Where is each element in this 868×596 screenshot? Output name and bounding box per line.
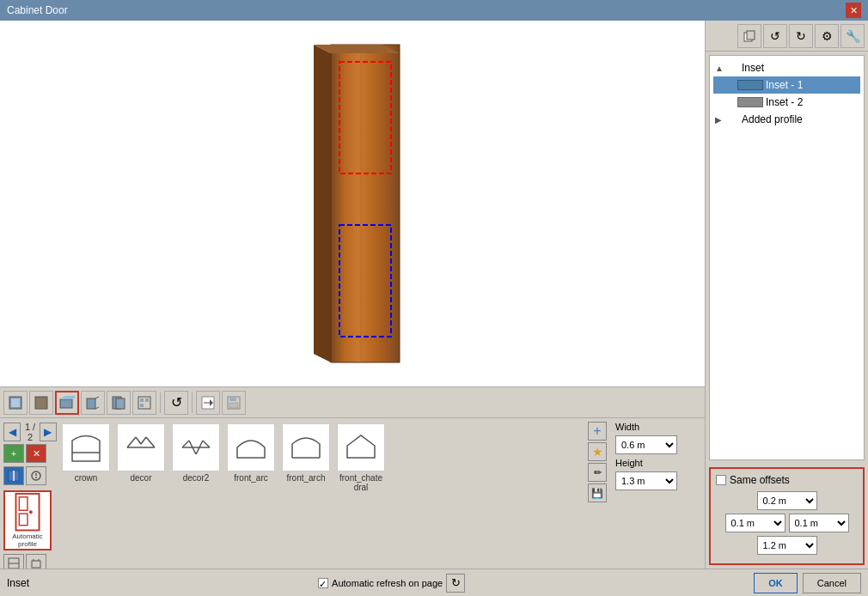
- tree-item-inset[interactable]: ▲ Inset: [713, 59, 860, 76]
- svg-line-48: [146, 437, 155, 447]
- profile-item-front-arc[interactable]: front_arc: [225, 423, 277, 483]
- profile-item-front-arch[interactable]: front_arch: [280, 423, 332, 483]
- svg-rect-29: [229, 403, 238, 408]
- profile-list: crown decor: [60, 422, 584, 573]
- tree-item-inset1[interactable]: Inset - 1: [713, 76, 860, 94]
- refresh-button[interactable]: ↻: [446, 574, 465, 593]
- footer-status: Inset: [7, 577, 29, 589]
- svg-line-45: [127, 437, 136, 447]
- offset-bottom[interactable]: 1.2 m: [757, 536, 817, 555]
- toolbar-btn-undo[interactable]: ↺: [164, 391, 188, 415]
- svg-rect-22: [145, 398, 149, 402]
- close-button[interactable]: ✕: [846, 3, 861, 18]
- width-input[interactable]: 0.6 m: [615, 435, 677, 454]
- offsets-box: Same offsets 0.2 m 0.1 m 0.1 m: [709, 467, 865, 565]
- tree-item-added-profile[interactable]: ▶ Added profile: [713, 111, 860, 128]
- svg-rect-13: [60, 399, 72, 408]
- height-input[interactable]: 1.3 m: [615, 471, 677, 490]
- size-inputs: Width 0.6 m Height 1.3 m: [615, 422, 701, 573]
- height-label: Height: [615, 458, 650, 468]
- profile-save-btn[interactable]: 💾: [588, 483, 607, 502]
- svg-rect-19: [116, 398, 125, 409]
- footer-right: OK Cancel: [754, 573, 861, 593]
- selected-profile-label: Automaticprofile: [12, 533, 43, 549]
- right-btn-wrench[interactable]: 🔧: [840, 24, 865, 48]
- next-page-button[interactable]: ▶: [40, 423, 57, 441]
- tree-icon-inset: [725, 62, 739, 74]
- tree-item-inset2[interactable]: Inset - 2: [713, 94, 860, 111]
- toolbar-btn-edit[interactable]: [196, 391, 220, 415]
- profile-item-decor[interactable]: decor: [115, 423, 167, 483]
- right-btn-settings[interactable]: ⚙: [815, 24, 839, 48]
- profile-item-decor2[interactable]: decor2: [170, 423, 222, 483]
- tree-area: ▲ Inset Inset - 1 Inset - 2 ▶ Added prof…: [709, 55, 865, 460]
- offset-right[interactable]: 0.1 m: [789, 514, 849, 532]
- auto-refresh-checkbox[interactable]: ✓: [318, 578, 328, 588]
- view-toolbar: ↺: [0, 387, 705, 418]
- svg-line-50: [182, 441, 189, 447]
- same-offsets-checkbox[interactable]: [716, 475, 726, 485]
- toolbar-btn-save[interactable]: [222, 391, 246, 415]
- tree-label-added-profile: Added profile: [742, 113, 803, 125]
- right-btn-copy[interactable]: [737, 24, 761, 48]
- cancel-button[interactable]: Cancel: [803, 573, 861, 593]
- 3d-viewport: [0, 21, 705, 387]
- selected-profile[interactable]: Automaticprofile: [3, 490, 52, 550]
- profile-name-crown: crown: [75, 473, 98, 483]
- svg-rect-11: [11, 398, 20, 407]
- bottom-panel: ◀ 1 / 2 ▶ + ✕: [0, 418, 705, 569]
- svg-point-34: [35, 477, 37, 478]
- svg-rect-23: [140, 404, 144, 407]
- delete-profile-button[interactable]: ✕: [26, 444, 46, 463]
- auto-refresh-label: Automatic refresh on page: [332, 578, 443, 588]
- profile-star-btn[interactable]: ★: [588, 442, 607, 461]
- toolbar-btn-1[interactable]: [3, 391, 28, 415]
- profile-name-front-arc: front_arc: [234, 473, 267, 483]
- svg-rect-28: [229, 397, 236, 401]
- prev-page-button[interactable]: ◀: [3, 423, 21, 441]
- right-btn-redo[interactable]: ↻: [789, 24, 813, 48]
- ok-button[interactable]: OK: [754, 573, 798, 593]
- action-btn-2[interactable]: [26, 466, 46, 485]
- svg-marker-14: [60, 396, 75, 399]
- tree-label-inset1: Inset - 1: [766, 79, 803, 91]
- profile-add-btn[interactable]: +: [588, 422, 607, 441]
- title-bar: Cabinet Door ✕: [0, 0, 868, 21]
- profile-edit-btn[interactable]: ✏: [588, 463, 607, 482]
- page-indicator: 1 / 2: [22, 422, 38, 442]
- tree-icon-inset2: [737, 97, 763, 107]
- profile-item-crown[interactable]: crown: [60, 423, 112, 483]
- svg-line-53: [203, 441, 210, 447]
- action-btn-1[interactable]: [3, 466, 24, 485]
- svg-line-16: [95, 397, 99, 398]
- toolbar-btn-5[interactable]: [107, 391, 131, 415]
- svg-rect-12: [35, 397, 47, 409]
- svg-line-47: [141, 437, 146, 444]
- toolbar-btn-4[interactable]: [81, 391, 105, 415]
- tree-label-inset: Inset: [742, 62, 764, 74]
- toolbar-btn-6[interactable]: [132, 391, 156, 415]
- add-profile-button[interactable]: +: [3, 444, 24, 463]
- profile-name-front-arch: front_arch: [286, 473, 325, 483]
- profile-name-front-cathedral: front_chatedral: [339, 473, 382, 492]
- svg-marker-0: [314, 45, 331, 362]
- right-btn-undo[interactable]: ↺: [763, 24, 787, 48]
- right-panel: ↺ ↻ ⚙ 🔧 ▲ Inset Inset - 1 Inset - 2: [705, 21, 868, 569]
- tree-arrow-inset: ▲: [715, 64, 725, 73]
- svg-marker-56: [347, 435, 375, 458]
- offset-top[interactable]: 0.2 m: [757, 491, 817, 510]
- right-toolbar: ↺ ↻ ⚙ 🔧: [706, 21, 868, 52]
- window-title: Cabinet Door: [7, 4, 68, 16]
- svg-line-17: [95, 407, 99, 409]
- tree-arrow-added-profile: ▶: [715, 115, 725, 125]
- profile-item-front-cathedral[interactable]: front_chatedral: [335, 423, 387, 492]
- door-3d-view: [296, 36, 408, 371]
- svg-rect-21: [140, 398, 144, 402]
- toolbar-btn-2[interactable]: [29, 391, 53, 415]
- tree-icon-inset1: [737, 80, 763, 90]
- svg-rect-58: [747, 31, 755, 40]
- offset-left[interactable]: 0.1 m: [725, 514, 785, 532]
- svg-line-46: [136, 437, 141, 444]
- toolbar-btn-3[interactable]: [55, 391, 79, 415]
- profile-name-decor2: decor2: [183, 473, 210, 483]
